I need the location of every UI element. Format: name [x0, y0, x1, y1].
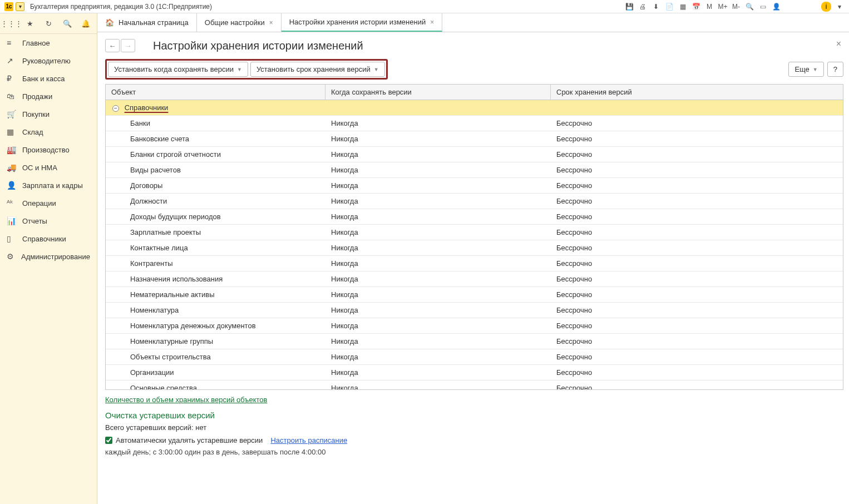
sidebar-tools: ⋮⋮⋮ ★ ↻ 🔍 🔔: [0, 13, 97, 34]
sidebar-item-label: Руководителю: [22, 57, 71, 65]
bell-icon[interactable]: 🔔: [81, 18, 92, 29]
sidebar-item-icon: ≡: [7, 38, 18, 47]
sidebar-item-10[interactable]: 📊Отчеты: [0, 212, 97, 230]
download-icon[interactable]: ⬇: [651, 2, 661, 12]
col-when[interactable]: Когда сохранять версии: [325, 85, 551, 100]
table-icon[interactable]: ▦: [678, 2, 688, 12]
col-object[interactable]: Объект: [106, 85, 325, 100]
close-icon[interactable]: ×: [430, 18, 434, 26]
table-row[interactable]: Банковские счетаНикогдаБессрочно: [106, 131, 843, 147]
m-minus-icon[interactable]: M-: [731, 2, 741, 12]
cell-when: Никогда: [325, 381, 551, 389]
cell-term: Бессрочно: [551, 256, 843, 271]
sidebar-item-icon: ↗: [7, 56, 18, 65]
sidebar-item-7[interactable]: 🚚ОС и НМА: [0, 159, 97, 176]
sidebar-item-label: Зарплата и кадры: [22, 181, 83, 190]
table-row[interactable]: ОрганизацииНикогдаБессрочно: [106, 365, 843, 381]
table-row[interactable]: БанкиНикогдаБессрочно: [106, 116, 843, 131]
cell-object: Объекты строительства: [106, 349, 325, 364]
sidebar-item-0[interactable]: ≡Главное: [0, 34, 97, 52]
sidebar-item-3[interactable]: 🛍Продажи: [0, 87, 97, 105]
group-row[interactable]: − Справочники: [106, 100, 843, 116]
sidebar-item-icon: 👤: [7, 181, 18, 190]
page-close-icon[interactable]: ×: [836, 39, 841, 49]
table-row[interactable]: Номенклатурные группыНикогдаБессрочно: [106, 334, 843, 349]
sidebar-item-5[interactable]: ▦Склад: [0, 123, 97, 141]
tab-general-settings[interactable]: Общие настройки ×: [197, 13, 282, 32]
cell-term: Бессрочно: [551, 194, 843, 209]
forward-button[interactable]: →: [121, 39, 135, 52]
cell-object: Доходы будущих периодов: [106, 209, 325, 224]
back-button[interactable]: ←: [105, 39, 120, 52]
app-menu-dropdown[interactable]: ▾: [16, 2, 24, 11]
history-icon[interactable]: ↻: [43, 18, 55, 29]
count-size-link[interactable]: Количество и объем хранимых версий объек…: [105, 396, 267, 404]
table-row[interactable]: КонтрагентыНикогдаБессрочно: [106, 256, 843, 271]
cell-when: Никогда: [325, 116, 551, 131]
sidebar-item-label: Справочники: [22, 235, 66, 243]
auto-delete-checkbox[interactable]: [105, 437, 112, 444]
m-plus-icon[interactable]: M+: [718, 2, 728, 12]
sidebar-item-2[interactable]: ₽Банк и касса: [0, 70, 97, 87]
tab-home[interactable]: 🏠 Начальная страница: [97, 13, 197, 32]
table-row[interactable]: Виды расчетовНикогдаБессрочно: [106, 162, 843, 178]
sidebar-item-12[interactable]: ⚙Администрирование: [0, 248, 97, 265]
sidebar-item-icon: ▦: [7, 127, 18, 136]
table-row[interactable]: Контактные лицаНикогдаБессрочно: [106, 240, 843, 256]
auto-delete-label: Автоматически удалять устаревшие версии: [116, 436, 263, 444]
sidebar-item-11[interactable]: ▯Справочники: [0, 230, 97, 248]
button-label: Еще: [794, 65, 809, 73]
set-storage-term-button[interactable]: Установить срок хранения версий ▼: [250, 62, 385, 77]
tab-history-settings[interactable]: Настройки хранения истории изменений ×: [282, 13, 443, 32]
table-row[interactable]: Назначения использованияНикогдаБессрочно: [106, 271, 843, 287]
sidebar-item-4[interactable]: 🛒Покупки: [0, 105, 97, 123]
sidebar-item-8[interactable]: 👤Зарплата и кадры: [0, 176, 97, 194]
cell-when: Никогда: [325, 271, 551, 286]
cell-when: Никогда: [325, 178, 551, 193]
sidebar-item-1[interactable]: ↗Руководителю: [0, 52, 97, 70]
zoom-icon[interactable]: 🔍: [744, 2, 754, 12]
view-icon[interactable]: ▭: [758, 2, 768, 12]
table-row[interactable]: ДолжностиНикогдаБессрочно: [106, 194, 843, 209]
col-term[interactable]: Срок хранения версий: [551, 85, 843, 100]
table-row[interactable]: НоменклатураНикогдаБессрочно: [106, 303, 843, 318]
cell-when: Никогда: [325, 334, 551, 349]
titlebar: 1c ▾ Бухгалтерия предприятия, редакция 3…: [0, 0, 849, 13]
table-row[interactable]: Основные средстваНикогдаБессрочно: [106, 381, 843, 389]
table-row[interactable]: Доходы будущих периодовНикогдаБессрочно: [106, 209, 843, 225]
sidebar-item-label: Банк и касса: [22, 75, 65, 83]
cell-object: Зарплатные проекты: [106, 225, 325, 240]
table-row[interactable]: Объекты строительстваНикогдаБессрочно: [106, 349, 843, 365]
m-icon[interactable]: M: [704, 2, 714, 12]
apps-icon[interactable]: ⋮⋮⋮: [6, 18, 17, 29]
sidebar-item-9[interactable]: ᴬᵏОперации: [0, 194, 97, 212]
schedule-link[interactable]: Настроить расписание: [270, 436, 347, 444]
cell-when: Никогда: [325, 318, 551, 333]
table-row[interactable]: ДоговорыНикогдаБессрочно: [106, 178, 843, 194]
info-icon[interactable]: i: [821, 2, 831, 12]
info-dropdown[interactable]: ▾: [835, 2, 845, 12]
sidebar-item-6[interactable]: 🏭Производство: [0, 141, 97, 159]
star-icon[interactable]: ★: [24, 18, 36, 29]
collapse-icon[interactable]: −: [112, 105, 119, 112]
save-icon[interactable]: 💾: [624, 2, 634, 12]
table-row[interactable]: Зарплатные проектыНикогдаБессрочно: [106, 225, 843, 240]
table-row[interactable]: Нематериальные активыНикогдаБессрочно: [106, 287, 843, 303]
cell-object: Контактные лица: [106, 240, 325, 255]
tab-label: Общие настройки: [205, 18, 265, 27]
cell-object: Должности: [106, 194, 325, 209]
doc-icon[interactable]: 📄: [664, 2, 674, 12]
print-icon[interactable]: 🖨: [638, 2, 648, 12]
close-icon[interactable]: ×: [269, 19, 273, 27]
cell-object: Основные средства: [106, 381, 325, 389]
table-body: − Справочники БанкиНикогдаБессрочноБанко…: [106, 100, 843, 389]
calendar-icon[interactable]: 📅: [691, 2, 701, 12]
table-row[interactable]: Бланки строгой отчетностиНикогдаБессрочн…: [106, 147, 843, 162]
table-row[interactable]: Номенклатура денежных документовНикогдаБ…: [106, 318, 843, 334]
search-icon[interactable]: 🔍: [62, 18, 73, 29]
user-icon[interactable]: 👤: [771, 2, 781, 12]
more-button[interactable]: Еще ▼: [788, 62, 823, 77]
set-when-save-button[interactable]: Установить когда сохранять версии ▼: [108, 62, 248, 77]
help-button[interactable]: ?: [827, 62, 843, 77]
main: 🏠 Начальная страница Общие настройки × Н…: [97, 13, 849, 504]
